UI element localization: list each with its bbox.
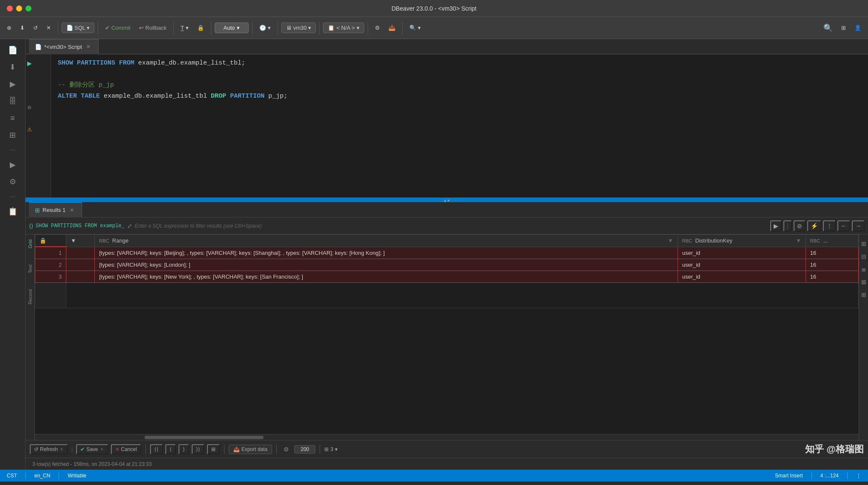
- text-tab[interactable]: Text: [27, 263, 34, 275]
- status-more[interactable]: ⋮: [856, 473, 861, 479]
- scroll-thumb[interactable]: [145, 436, 264, 439]
- settings-gear-icon[interactable]: ⚙: [281, 445, 292, 454]
- editor-area[interactable]: ▶ ⊖ ⚠ SHOW PARTITIONS FROM example_db.ex…: [26, 54, 868, 199]
- sql-icon: 📄: [66, 25, 73, 31]
- status-insert-mode[interactable]: Smart Insert: [775, 473, 803, 479]
- results-tab-1[interactable]: ⊞ Results 1 ✕: [29, 202, 82, 217]
- auto-dropdown-icon: ▾: [237, 25, 240, 31]
- table-row-2[interactable]: 2 [types: [VARCHAR]; keys: [London]; ] u…: [35, 259, 859, 271]
- nav-next-button[interactable]: ⟩: [179, 444, 189, 454]
- nav-prev-button[interactable]: ⟨: [165, 444, 176, 454]
- nav-first-button[interactable]: ⟨⟨: [150, 444, 163, 454]
- sql-button[interactable]: 📄 SQL ▾: [62, 23, 94, 33]
- results-tab-label: Results 1: [43, 207, 65, 213]
- row-3-distkey[interactable]: user_id: [678, 271, 806, 283]
- lock-icon: 🔒: [197, 25, 204, 31]
- col-header-range[interactable]: RBC Range ▼: [95, 235, 678, 247]
- format-icon: T̲: [181, 25, 184, 31]
- col-header-filter[interactable]: ▼: [66, 235, 95, 247]
- row-1-range[interactable]: [types: [VARCHAR]; keys: [Beijing]; , ty…: [95, 247, 678, 259]
- lock-button[interactable]: 🔒: [194, 23, 207, 33]
- editor-tab[interactable]: 📄 *<vm30> Script ✕: [29, 39, 99, 54]
- window-controls: [7, 6, 31, 11]
- new-button[interactable]: ⊕: [3, 23, 15, 33]
- sidebar-item-panel[interactable]: ⊞: [3, 127, 22, 143]
- close-button[interactable]: [7, 6, 13, 11]
- side-icon-2[interactable]: ≣: [860, 263, 867, 275]
- row-2-distkey[interactable]: user_id: [678, 259, 806, 271]
- sidebar-item-settings[interactable]: ⚙: [3, 174, 22, 189]
- table-row-1[interactable]: 1 [types: [VARCHAR]; keys: [Beijing]; , …: [35, 247, 859, 259]
- grid-tab[interactable]: Grid: [27, 238, 34, 250]
- status-mode[interactable]: Writable: [68, 473, 86, 479]
- sidebar-item-terminal[interactable]: ▶: [3, 157, 22, 172]
- export-data-button[interactable]: 📤 Export data: [229, 445, 272, 454]
- side-panel-icon[interactable]: ⊟: [860, 251, 867, 262]
- export-toolbar-button[interactable]: 📤: [385, 23, 399, 33]
- back-button[interactable]: ⬇: [17, 23, 28, 33]
- refresh-toolbar-button[interactable]: ↺: [30, 23, 41, 33]
- filter-button[interactable]: ⚡: [807, 220, 821, 231]
- new-icon: ⊕: [7, 25, 11, 31]
- minimize-button[interactable]: [16, 6, 22, 11]
- panels-icon[interactable]: ⊞: [860, 238, 867, 250]
- na-dropdown[interactable]: 📋 < N/A > ▾: [323, 23, 364, 33]
- maximize-button[interactable]: [26, 6, 31, 11]
- clear-filter-button[interactable]: ⊘: [794, 220, 806, 231]
- auto-dropdown[interactable]: Auto ▾: [215, 23, 249, 33]
- col-header-extra[interactable]: RBC ...: [806, 235, 858, 247]
- divider-9: [402, 22, 403, 34]
- history-button[interactable]: 🕐 ▾: [256, 23, 274, 33]
- sidebar-item-run[interactable]: ▶: [3, 76, 22, 92]
- sidebar-item-arrow[interactable]: ⬇: [3, 59, 22, 75]
- results-tab-icon: ⊞: [35, 207, 40, 214]
- row-3-range[interactable]: [types: [VARCHAR]; keys: [New York]; , t…: [95, 271, 678, 283]
- data-grid[interactable]: 🔒 ▼ RBC Range ▼: [35, 234, 859, 434]
- sidebar-item-db[interactable]: 🗄: [3, 93, 22, 109]
- sidebar-more-1: ···: [10, 144, 15, 155]
- windows-button[interactable]: ⊞: [838, 23, 849, 33]
- main-toolbar: ⊕ ⬇ ↺ ✕ 📄 SQL ▾ ✔ Commit ↩ Rollback T̲ ▾…: [0, 17, 868, 39]
- row-count-input[interactable]: [294, 445, 315, 454]
- refresh-button[interactable]: ↺ Refresh ▾: [30, 444, 68, 454]
- format-button[interactable]: T̲ ▾: [177, 23, 192, 33]
- sidebar-item-docs[interactable]: 📋: [3, 204, 22, 219]
- save-button[interactable]: ✔ Save ▾: [76, 444, 108, 454]
- col-header-distkey[interactable]: RBC DistributionKey ▼: [678, 235, 806, 247]
- divider-7: [319, 22, 320, 34]
- nav-select-button[interactable]: ⊞: [207, 444, 220, 454]
- user-button[interactable]: 👤: [851, 23, 865, 33]
- sidebar-item-list[interactable]: ≡: [3, 110, 22, 126]
- find-icon: 🔍: [409, 25, 416, 31]
- results-tab-close[interactable]: ✕: [68, 206, 76, 214]
- prev-button[interactable]: ←: [837, 220, 850, 231]
- table-row-3[interactable]: 3 [types: [VARCHAR]; keys: [New York]; ,…: [35, 271, 859, 283]
- next-button[interactable]: →: [852, 220, 865, 231]
- resize-handle[interactable]: ▲▼: [26, 199, 868, 202]
- run-results-button[interactable]: ▶: [770, 220, 782, 231]
- more-button[interactable]: ⋮: [823, 220, 836, 231]
- commit-button[interactable]: ✔ Commit: [102, 23, 134, 33]
- record-tab[interactable]: Record: [27, 288, 34, 306]
- schema-button[interactable]: ⚙: [372, 23, 383, 33]
- list-icon: ≡: [10, 114, 15, 123]
- commit-icon: ✔: [105, 25, 110, 31]
- vm30-dropdown[interactable]: 🖥 vm30 ▾: [281, 23, 316, 33]
- cancel-icon: ✕: [115, 446, 119, 452]
- horizontal-scrollbar[interactable]: [26, 434, 868, 440]
- cancel-button[interactable]: ✕ Cancel: [111, 444, 141, 454]
- nav-last-button[interactable]: ⟩⟩: [192, 444, 204, 454]
- sidebar-more-2: ···: [10, 191, 15, 202]
- side-icon-4[interactable]: ⊞: [860, 289, 867, 301]
- sidebar-item-script[interactable]: 📄: [3, 42, 22, 58]
- row-1-distkey[interactable]: user_id: [678, 247, 806, 259]
- side-icon-3[interactable]: ⊠: [860, 276, 867, 288]
- stop-button[interactable]: ✕: [43, 23, 54, 33]
- global-search-icon[interactable]: 🔍: [820, 22, 836, 34]
- rollback-button[interactable]: ↩ Rollback: [136, 23, 170, 33]
- row-2-range[interactable]: [types: [VARCHAR]; keys: [London]; ]: [95, 259, 678, 271]
- editor-code[interactable]: SHOW PARTITIONS FROM example_db.example_…: [51, 54, 868, 197]
- find-button[interactable]: 🔍 ▾: [406, 23, 424, 33]
- filter-input[interactable]: Enter a SQL expression to filter results…: [135, 223, 768, 229]
- tab-close-button[interactable]: ✕: [85, 43, 92, 51]
